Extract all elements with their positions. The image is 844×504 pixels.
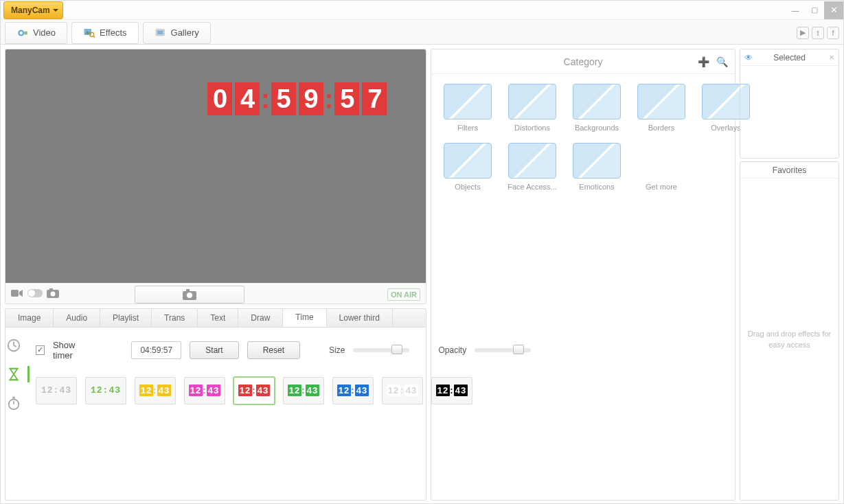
preview-toolbar: ON AIR — [5, 283, 426, 304]
add-category-icon[interactable]: ➕ — [698, 56, 709, 67]
camcorder-icon[interactable] — [11, 288, 23, 300]
category-label: Filters — [441, 124, 494, 132]
search-icon[interactable]: 🔍 — [716, 56, 728, 67]
category-filters[interactable]: Filters — [441, 84, 494, 132]
selected-body — [740, 66, 839, 158]
twitter-icon[interactable]: t — [812, 27, 824, 39]
subtab-lower-third[interactable]: Lower third — [327, 309, 393, 327]
subtab-playlist[interactable]: Playlist — [100, 309, 152, 327]
svg-point-1 — [20, 31, 23, 34]
timer-style-sample: 12:43 — [91, 385, 121, 396]
tab-effects[interactable]: Effects — [71, 22, 139, 44]
category-thumb — [444, 84, 492, 119]
category-label: Objects — [441, 183, 494, 191]
timer-style-block-white[interactable]: 12:43 — [382, 377, 423, 404]
camcorder-icon — [16, 27, 29, 39]
window-maximize[interactable] — [805, 1, 824, 19]
svg-point-12 — [28, 290, 35, 297]
hourglass-icon[interactable] — [5, 366, 22, 382]
timer-colon: : — [261, 84, 270, 114]
timer-digit: 4 — [235, 82, 260, 115]
close-icon[interactable]: ✕ — [829, 54, 834, 61]
category-label: Backgrounds — [570, 124, 624, 132]
timer-style-thin-green[interactable]: 12:43 — [85, 377, 126, 404]
timer-digit: 5 — [334, 82, 359, 115]
svg-line-21 — [14, 345, 16, 347]
size-label: Size — [329, 345, 345, 355]
category-thumb — [444, 143, 492, 179]
titlebar: ManyCam — [1, 1, 843, 20]
show-timer-label: Show timer — [53, 340, 93, 360]
body: 0 4 : 5 9 : 5 7 ON AIR — [1, 45, 843, 504]
window-close[interactable] — [824, 1, 843, 19]
subtab-draw[interactable]: Draw — [238, 309, 283, 327]
timer-style-sample: 12:43 — [41, 385, 71, 396]
timer-style-block-pink[interactable]: 12:43 — [184, 377, 225, 404]
tab-video[interactable]: Video — [5, 22, 67, 44]
favorites-title: Favorites — [773, 165, 806, 175]
stopwatch-icon[interactable] — [5, 395, 22, 411]
timer-overlay: 0 4 : 5 9 : 5 7 — [207, 82, 387, 115]
category-label: Face Access... — [505, 183, 559, 191]
svg-marker-10 — [19, 290, 23, 297]
category-emoticons[interactable]: Emoticons — [570, 143, 624, 191]
svg-rect-9 — [11, 290, 19, 297]
app-menu-button[interactable]: ManyCam — [3, 1, 63, 19]
category-label: Emoticons — [570, 183, 624, 191]
subtab-trans[interactable]: Trans — [152, 309, 198, 327]
timer-digit: 9 — [299, 82, 323, 115]
timer-digit: 5 — [271, 82, 296, 115]
timer-style-thin-grey[interactable]: 12:43 — [36, 377, 77, 404]
subtab-image[interactable]: Image — [5, 309, 54, 327]
timer-style-block-yellow[interactable]: 12:43 — [135, 377, 176, 404]
reset-button[interactable]: Reset — [247, 341, 300, 359]
timer-style-block-red[interactable]: 12:43 — [233, 377, 275, 404]
timer-value-field[interactable]: 04:59:57 — [131, 341, 181, 359]
toggle-icon[interactable] — [27, 289, 43, 299]
youtube-icon[interactable]: ▶ — [797, 27, 809, 39]
category-backgrounds[interactable]: Backgrounds — [570, 84, 624, 132]
app-name: ManyCam — [11, 5, 50, 15]
show-timer-checkbox[interactable]: ✓ — [36, 345, 45, 355]
photo-icon[interactable] — [47, 288, 59, 300]
svg-rect-15 — [49, 288, 53, 290]
timer-digit: 0 — [207, 82, 232, 115]
timer-style-sample: 12:43 — [139, 385, 171, 396]
category-getmore[interactable]: Get more — [635, 143, 688, 191]
svg-rect-23 — [10, 379, 19, 380]
timer-style-sample: 12:43 — [288, 385, 319, 396]
category-distortions[interactable]: Distortions — [505, 84, 559, 132]
category-borders[interactable]: Borders — [635, 84, 688, 132]
window-minimize[interactable] — [786, 1, 805, 19]
facebook-icon[interactable]: f — [827, 27, 839, 39]
clock-icon[interactable] — [5, 337, 22, 354]
gallery-icon — [155, 27, 167, 39]
picture-magnify-icon — [83, 27, 95, 39]
svg-rect-18 — [186, 289, 190, 292]
subtab-time[interactable]: Time — [283, 309, 326, 327]
timer-style-sample: 12:43 — [238, 385, 270, 396]
preview-panel: 0 4 : 5 9 : 5 7 ON AIR — [5, 49, 426, 304]
category-objects[interactable]: Objects — [441, 143, 494, 191]
snapshot-button[interactable] — [135, 286, 244, 303]
timer-digit: 7 — [362, 82, 387, 115]
main-tabbar: Video Effects Gallery ▶ t f — [1, 20, 843, 45]
start-button[interactable]: Start — [190, 341, 238, 359]
social-links: ▶ t f — [797, 27, 839, 39]
subtab-text[interactable]: Text — [198, 309, 238, 327]
on-air-badge: ON AIR — [387, 288, 420, 301]
timer-colon: : — [325, 84, 334, 114]
category-panel: Category ➕ 🔍 FiltersDistortionsBackgroun… — [431, 49, 735, 501]
svg-point-14 — [51, 292, 56, 297]
subtab-audio[interactable]: Audio — [54, 309, 100, 327]
effects-subtabs: Image Audio Playlist Trans Text Draw Tim… — [5, 308, 426, 328]
time-mode-sidebar — [5, 328, 22, 500]
tab-gallery[interactable]: Gallery — [143, 22, 211, 44]
size-slider[interactable] — [353, 348, 409, 352]
opacity-slider[interactable] — [475, 348, 531, 352]
timer-style-block-green[interactable]: 12:43 — [283, 377, 324, 404]
timer-style-block-blue[interactable]: 12:43 — [332, 377, 374, 404]
category-label: Distortions — [505, 124, 559, 132]
favorites-panel: Favorites Drag and drop effects for easy… — [740, 161, 839, 501]
category-face[interactable]: Face Access... — [505, 143, 559, 191]
